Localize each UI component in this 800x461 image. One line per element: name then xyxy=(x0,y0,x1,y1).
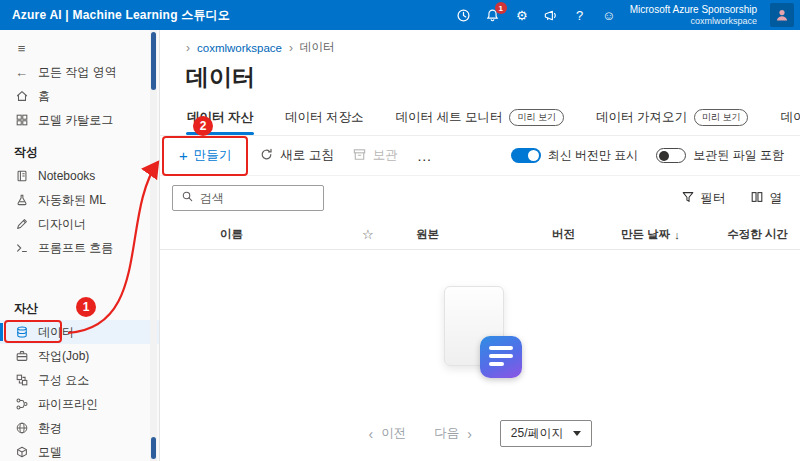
sidebar-item-prompt-flow[interactable]: 프롬프트 흐름 xyxy=(0,236,159,260)
toggle-label: 보관된 파일 포함 xyxy=(693,147,784,164)
archive-button[interactable]: 보관 xyxy=(343,141,407,171)
notebook-icon xyxy=(14,169,29,184)
sidebar-item-label: 프롬프트 흐름 xyxy=(38,240,113,257)
archive-button-label: 보관 xyxy=(373,147,398,164)
account-info[interactable]: Microsoft Azure Sponsorship coxmlworkspa… xyxy=(630,3,757,28)
sidebar-item-data[interactable]: 데이터 xyxy=(0,320,159,344)
prompt-flow-icon xyxy=(14,241,29,256)
prev-page-button[interactable]: ‹ 이전 xyxy=(368,425,406,442)
sidebar-scrollbar[interactable] xyxy=(150,30,157,461)
settings-gear-icon[interactable]: ⚙ xyxy=(514,7,530,23)
tab-dataset-monitors[interactable]: 데이터 세트 모니터 미리 보기 xyxy=(394,103,564,135)
tab-label: 데이터 연결 xyxy=(780,109,800,126)
preview-badge: 미리 보기 xyxy=(694,109,749,126)
sidebar-item-notebooks[interactable]: Notebooks xyxy=(0,164,159,188)
back-link-label: 모든 작업 영역 xyxy=(38,64,117,81)
columns-button[interactable]: 열 xyxy=(750,190,783,207)
scrollbar-thumb[interactable] xyxy=(151,437,156,459)
more-icon: … xyxy=(417,147,432,164)
sidebar-item-automated-ml[interactable]: 자동화된 ML xyxy=(0,188,159,212)
sidebar-item-model-catalog[interactable]: 모델 카탈로그 xyxy=(0,108,159,132)
search-icon xyxy=(181,189,194,207)
breadcrumb: › coxmlworkspace › 데이터 xyxy=(160,30,800,55)
feedback-megaphone-icon[interactable] xyxy=(543,7,559,23)
empty-state xyxy=(160,286,800,382)
archive-icon xyxy=(352,147,367,165)
column-header-source[interactable]: 원본 xyxy=(402,227,542,242)
sidebar-item-label: Notebooks xyxy=(38,169,95,183)
refresh-button-label: 새로 고침 xyxy=(280,147,333,164)
column-header-version[interactable]: 버전 xyxy=(542,227,612,242)
filter-button[interactable]: 필터 xyxy=(681,190,726,207)
subscription-name: Microsoft Azure Sponsorship xyxy=(630,3,757,16)
tab-label: 데이터 저장소 xyxy=(285,109,363,126)
sidebar-group-authoring: 작성 xyxy=(0,140,159,164)
tab-label: 데이터 가져오기 xyxy=(596,109,687,126)
search-box[interactable] xyxy=(172,185,324,211)
breadcrumb-workspace-link[interactable]: coxmlworkspace xyxy=(197,42,282,54)
column-header-name[interactable]: 이름 xyxy=(172,227,362,242)
chevron-left-icon: ‹ xyxy=(368,426,373,442)
sidebar-item-label: 작업(Job) xyxy=(38,348,89,365)
next-page-button[interactable]: 다음 › xyxy=(434,425,472,442)
more-commands-button[interactable]: … xyxy=(407,141,442,171)
notifications-bell-icon[interactable]: 1 xyxy=(485,7,501,23)
tab-data-connections[interactable]: 데이터 연결 미리 보기 xyxy=(779,103,800,135)
all-workspaces-back-link[interactable]: ← 모든 작업 영역 xyxy=(0,60,159,84)
environments-icon xyxy=(14,421,29,436)
sidebar-item-jobs[interactable]: 작업(Job) xyxy=(0,344,159,368)
column-header-favorite-star-icon[interactable]: ☆ xyxy=(362,227,402,242)
sort-descending-icon: ↓ xyxy=(674,229,680,241)
smiley-feedback-icon[interactable]: ☺ xyxy=(601,7,617,23)
column-header-created[interactable]: 만든 날짜 ↓ xyxy=(612,227,722,242)
chevron-down-icon xyxy=(573,431,581,436)
toggle-label: 최신 버전만 표시 xyxy=(548,147,639,164)
breadcrumb-current: 데이터 xyxy=(300,40,335,55)
sidebar-item-home[interactable]: 홈 xyxy=(0,84,159,108)
help-icon[interactable]: ? xyxy=(572,7,588,23)
toggle-off-switch[interactable] xyxy=(656,148,686,163)
search-input[interactable] xyxy=(200,191,315,205)
chevron-right-icon: › xyxy=(289,41,293,55)
avatar[interactable] xyxy=(770,3,794,27)
refresh-button[interactable]: 새로 고침 xyxy=(250,141,342,171)
view-toggles: 최신 버전만 표시 보관된 파일 포함 xyxy=(511,147,784,164)
clock-icon[interactable] xyxy=(456,7,472,23)
sidebar-item-label: 모델 카탈로그 xyxy=(38,112,113,129)
tab-data-import[interactable]: 데이터 가져오기 미리 보기 xyxy=(595,103,750,135)
sidebar-item-environments[interactable]: 환경 xyxy=(0,416,159,440)
tab-datastores[interactable]: 데이터 저장소 xyxy=(284,103,364,135)
sidebar-item-pipelines[interactable]: 파이프라인 xyxy=(0,392,159,416)
page-size-select[interactable]: 25/페이지 xyxy=(500,420,592,447)
preview-badge: 미리 보기 xyxy=(509,109,564,126)
models-icon xyxy=(14,445,29,460)
page-title: 데이터 xyxy=(160,55,800,93)
main-content: › coxmlworkspace › 데이터 데이터 데이터 자산 데이터 저장… xyxy=(160,30,800,461)
sidebar-item-designer[interactable]: 디자이너 xyxy=(0,212,159,236)
filter-funnel-icon xyxy=(681,190,695,207)
hamburger-icon: ≡ xyxy=(14,41,29,56)
latest-version-toggle[interactable]: 최신 버전만 표시 xyxy=(511,147,639,164)
include-archived-toggle[interactable]: 보관된 파일 포함 xyxy=(656,147,784,164)
sidebar: ≡ ← 모든 작업 영역 홈 모델 카탈로그 작성 Notebooks 자동화된… xyxy=(0,30,160,461)
sidebar-item-label: 파이프라인 xyxy=(38,396,98,413)
column-header-modified[interactable]: 수정한 시간 xyxy=(722,227,800,242)
empty-state-illustration xyxy=(436,286,524,382)
pipelines-icon xyxy=(14,397,29,412)
designer-icon xyxy=(14,217,29,232)
toggle-on-switch[interactable] xyxy=(511,148,541,163)
next-label: 다음 xyxy=(434,425,459,442)
chevron-right-icon: › xyxy=(467,426,472,442)
home-icon xyxy=(14,89,29,104)
plus-icon: + xyxy=(179,148,188,163)
scrollbar-thumb[interactable] xyxy=(151,32,156,90)
automated-ml-icon xyxy=(14,193,29,208)
table-header-row: 이름 ☆ 원본 버전 만든 날짜 ↓ 수정한 시간 xyxy=(160,220,800,250)
refresh-icon xyxy=(259,147,274,165)
hamburger-menu-button[interactable]: ≡ xyxy=(0,36,159,60)
back-arrow-icon: ← xyxy=(14,65,29,80)
sidebar-item-models[interactable]: 모델 xyxy=(0,440,159,461)
create-button[interactable]: + 만들기 xyxy=(170,141,240,171)
create-button-label: 만들기 xyxy=(194,147,232,164)
sidebar-item-components[interactable]: 구성 요소 xyxy=(0,368,159,392)
